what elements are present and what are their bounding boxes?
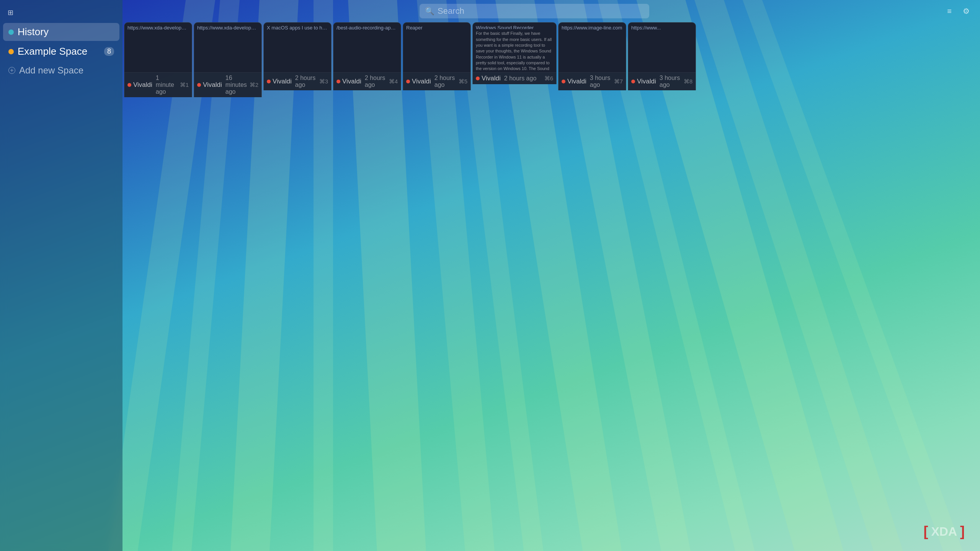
tab-app-name-tab1: Vivaldi (133, 81, 152, 89)
tab-footer-tab7: Vivaldi3 hours ago⌘7 (559, 72, 626, 90)
tab-app-name-tab2: Vivaldi (203, 81, 222, 89)
tab-preview-tab7: https://www.image-line.com (559, 23, 626, 72)
sidebar-item-example-space[interactable]: Example Space 8 (3, 42, 119, 60)
sidebar-item-history-label: History (18, 26, 114, 38)
tab-time-tab1: 1 minute ago (156, 75, 178, 95)
tab-shortcut-tab4: ⌘4 (389, 78, 398, 85)
grid-icon: ⊞ (8, 8, 13, 17)
tab-preview-tab6: Windows Sound RecorderFor the basic stuf… (473, 23, 556, 72)
add-new-space-button[interactable]: + Add new Space (3, 62, 119, 79)
search-input[interactable] (438, 6, 644, 16)
tab-time-tab4: 2 hours ago (365, 75, 387, 88)
tab-footer-tab2: Vivaldi16 minutes ago⌘2 (194, 72, 261, 97)
xda-text: XDA (931, 525, 957, 539)
tab-app-name-tab5: Vivaldi (412, 78, 431, 85)
tab-url-tab3: X macOS apps I use to help me transition… (267, 25, 328, 31)
tab-preview-tab2: https://www.xda-developers.com/mac-mini-… (194, 23, 261, 72)
vivaldi-dot-tab6 (476, 77, 480, 80)
add-space-icon: + (8, 67, 15, 74)
tab-app-name-tab7: Vivaldi (567, 78, 586, 85)
tab-shortcut-tab6: ⌘6 (544, 75, 553, 82)
tab-footer-tab8: Vivaldi3 hours ago⌘8 (628, 72, 696, 90)
tab-shortcut-tab3: ⌘3 (319, 78, 328, 85)
tab-card-tab7[interactable]: https://www.image-line.comVivaldi3 hours… (558, 22, 626, 90)
tab-card-tab5[interactable]: ReaperVivaldi2 hours ago⌘5 (403, 22, 471, 90)
example-space-dot (8, 49, 14, 54)
tab-url-tab4: /best-audio-recording-apps-windows/ (336, 25, 398, 31)
tab-preview-tab8: https://www... (628, 23, 696, 72)
vivaldi-dot-tab8 (631, 80, 635, 83)
xda-bracket-close: ] (960, 523, 965, 540)
search-icon: 🔍 (425, 7, 434, 16)
tab-url-tab8: https://www... (631, 25, 693, 31)
tab-footer-tab5: Vivaldi2 hours ago⌘5 (403, 72, 470, 90)
vivaldi-dot-tab4 (336, 80, 340, 83)
add-new-space-label: Add new Space (19, 65, 83, 76)
vivaldi-dot-tab3 (267, 80, 271, 83)
tab-url-tab2: https://www.xda-developers.com/mac-mini-… (197, 25, 258, 31)
tab-footer-tab3: Vivaldi2 hours ago⌘3 (264, 72, 331, 90)
menu-icon: ≡ (947, 7, 952, 16)
tab-footer-tab4: Vivaldi2 hours ago⌘4 (333, 72, 401, 90)
sidebar-toggle-button[interactable]: ⊞ (5, 7, 16, 18)
tab-shortcut-tab7: ⌘7 (614, 78, 623, 85)
tab-footer-tab1: Vivaldi1 minute ago⌘1 (124, 72, 192, 97)
history-dot (8, 29, 14, 35)
vivaldi-dot-tab2 (197, 83, 201, 87)
tab-preview-tab4: /best-audio-recording-apps-windows/ (333, 23, 401, 72)
main-content: 🔍 ≡ ⚙ https://www.xda-developers.comViva… (122, 0, 980, 551)
tab-time-tab2: 16 minutes ago (225, 75, 248, 95)
tab-time-tab7: 3 hours ago (590, 75, 612, 88)
tab-app-name-tab8: Vivaldi (637, 78, 656, 85)
vivaldi-dot-tab5 (406, 80, 410, 83)
tab-shortcut-tab8: ⌘8 (684, 78, 693, 85)
vivaldi-dot-tab7 (562, 80, 565, 83)
tab-url-tab1: https://www.xda-developers.com (127, 25, 189, 31)
tab-preview-tab5: Reaper (403, 23, 470, 72)
tab-preview-tab1: https://www.xda-developers.com (124, 23, 192, 72)
topbar: 🔍 ≡ ⚙ (122, 0, 980, 22)
tab-shortcut-tab2: ⌘2 (250, 82, 258, 88)
menu-button[interactable]: ≡ (943, 5, 956, 17)
example-space-badge: 8 (104, 47, 114, 56)
tab-footer-tab6: Vivaldi2 hours ago⌘6 (473, 72, 556, 84)
tab-preview-tab3: X macOS apps I use to help me transition… (264, 23, 331, 72)
tab-time-tab5: 2 hours ago (434, 75, 457, 88)
tab-card-tab3[interactable]: X macOS apps I use to help me transition… (263, 22, 332, 90)
tab-card-tab4[interactable]: /best-audio-recording-apps-windows/Vival… (333, 22, 401, 90)
xda-logo: [ XDA ] (923, 523, 965, 540)
tab-card-tab1[interactable]: https://www.xda-developers.comVivaldi1 m… (124, 22, 192, 97)
tabs-strip: https://www.xda-developers.comVivaldi1 m… (122, 22, 980, 97)
tab-preview-text-tab6: For the basic stuff Finally, we have som… (476, 31, 553, 70)
sidebar-item-history[interactable]: History (3, 23, 119, 41)
tab-card-tab8[interactable]: https://www...Vivaldi3 hours ago⌘8 (628, 22, 696, 90)
tab-time-tab6: 2 hours ago (504, 75, 537, 82)
search-bar[interactable]: 🔍 (420, 4, 649, 18)
tab-card-tab6[interactable]: Windows Sound RecorderFor the basic stuf… (472, 22, 557, 84)
tab-time-tab8: 3 hours ago (660, 75, 682, 88)
xda-bracket-open: [ (923, 523, 928, 540)
tab-app-name-tab4: Vivaldi (342, 78, 361, 85)
tab-url-tab6: Windows Sound Recorder (476, 25, 553, 29)
settings-button[interactable]: ⚙ (960, 5, 972, 17)
vivaldi-dot-tab1 (127, 83, 131, 87)
sidebar: ⊞ History Example Space 8 + Add new Spac… (0, 0, 122, 551)
tab-time-tab3: 2 hours ago (295, 75, 317, 88)
tab-app-name-tab3: Vivaldi (273, 78, 292, 85)
sidebar-toolbar: ⊞ (0, 5, 122, 22)
tab-app-name-tab6: Vivaldi (482, 75, 501, 82)
settings-icon: ⚙ (963, 7, 970, 16)
tab-shortcut-tab1: ⌘1 (180, 82, 189, 88)
tab-shortcut-tab5: ⌘5 (459, 78, 467, 85)
tab-url-tab7: https://www.image-line.com (562, 25, 623, 31)
tab-card-tab2[interactable]: https://www.xda-developers.com/mac-mini-… (194, 22, 262, 97)
tab-url-tab5: Reaper (406, 25, 467, 31)
sidebar-item-example-space-label: Example Space (18, 46, 104, 57)
